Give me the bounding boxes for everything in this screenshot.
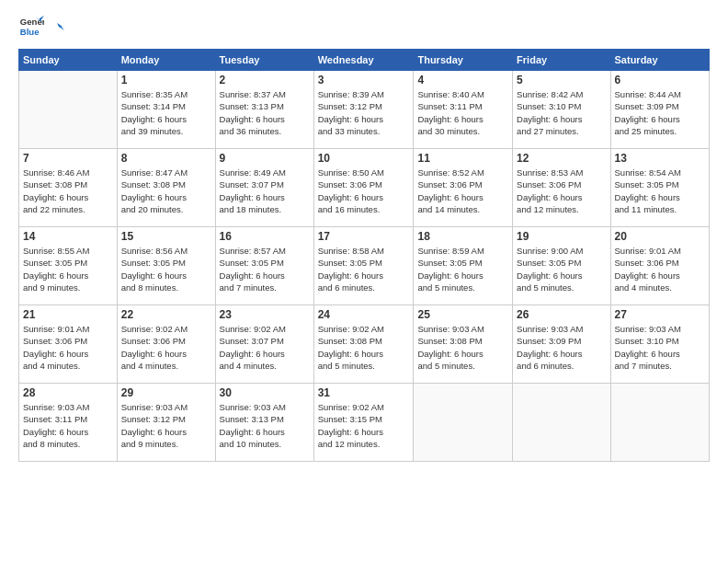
day-number: 12 xyxy=(517,152,606,165)
logo-icon: General Blue xyxy=(18,14,44,40)
day-number: 8 xyxy=(121,152,211,165)
day-info: Sunrise: 8:35 AM Sunset: 3:14 PM Dayligh… xyxy=(121,88,211,137)
day-number: 20 xyxy=(615,230,705,243)
logo-bird-icon xyxy=(48,20,64,37)
day-info: Sunrise: 8:49 AM Sunset: 3:07 PM Dayligh… xyxy=(220,167,310,215)
day-info: Sunrise: 8:40 AM Sunset: 3:11 PM Dayligh… xyxy=(417,88,508,137)
day-number: 16 xyxy=(220,230,310,243)
calendar-cell: 10Sunrise: 8:50 AM Sunset: 3:06 PM Dayli… xyxy=(313,149,414,227)
day-info: Sunrise: 8:57 AM Sunset: 3:05 PM Dayligh… xyxy=(220,245,310,293)
day-number: 1 xyxy=(121,74,211,86)
calendar-cell xyxy=(414,384,513,462)
calendar-cell: 30Sunrise: 9:03 AM Sunset: 3:13 PM Dayli… xyxy=(215,384,313,462)
day-number: 29 xyxy=(121,386,211,399)
day-info: Sunrise: 8:46 AM Sunset: 3:08 PM Dayligh… xyxy=(23,167,113,215)
calendar-cell: 7Sunrise: 8:46 AM Sunset: 3:08 PM Daylig… xyxy=(19,149,118,227)
weekday-header-sunday: Sunday xyxy=(19,50,118,71)
weekday-header-monday: Monday xyxy=(117,50,215,71)
calendar-cell: 13Sunrise: 8:54 AM Sunset: 3:05 PM Dayli… xyxy=(610,149,709,227)
day-info: Sunrise: 8:56 AM Sunset: 3:05 PM Dayligh… xyxy=(121,245,211,293)
day-number: 15 xyxy=(121,230,211,243)
day-number: 30 xyxy=(220,386,310,399)
calendar-cell: 18Sunrise: 8:59 AM Sunset: 3:05 PM Dayli… xyxy=(414,227,513,305)
calendar-cell xyxy=(610,384,709,462)
day-number: 2 xyxy=(220,74,310,86)
day-info: Sunrise: 8:39 AM Sunset: 3:12 PM Dayligh… xyxy=(318,88,410,137)
calendar-cell: 25Sunrise: 9:03 AM Sunset: 3:08 PM Dayli… xyxy=(414,305,513,384)
calendar-cell: 29Sunrise: 9:03 AM Sunset: 3:12 PM Dayli… xyxy=(117,384,215,462)
calendar-cell: 11Sunrise: 8:52 AM Sunset: 3:06 PM Dayli… xyxy=(414,149,513,227)
day-info: Sunrise: 8:47 AM Sunset: 3:08 PM Dayligh… xyxy=(121,167,211,215)
day-info: Sunrise: 9:03 AM Sunset: 3:08 PM Dayligh… xyxy=(417,323,508,372)
day-info: Sunrise: 8:54 AM Sunset: 3:05 PM Dayligh… xyxy=(615,167,705,215)
calendar-cell: 2Sunrise: 8:37 AM Sunset: 3:13 PM Daylig… xyxy=(215,71,313,149)
calendar-cell: 4Sunrise: 8:40 AM Sunset: 3:11 PM Daylig… xyxy=(414,71,513,149)
calendar-cell: 20Sunrise: 9:01 AM Sunset: 3:06 PM Dayli… xyxy=(610,227,709,305)
calendar-cell: 31Sunrise: 9:02 AM Sunset: 3:15 PM Dayli… xyxy=(313,384,414,462)
day-number: 7 xyxy=(23,152,113,165)
day-number: 9 xyxy=(220,152,310,165)
calendar-cell: 24Sunrise: 9:02 AM Sunset: 3:08 PM Dayli… xyxy=(313,305,414,384)
calendar-cell: 28Sunrise: 9:03 AM Sunset: 3:11 PM Dayli… xyxy=(19,384,118,462)
day-number: 28 xyxy=(23,386,113,399)
day-number: 3 xyxy=(318,74,410,86)
day-number: 6 xyxy=(615,74,705,86)
day-number: 26 xyxy=(517,308,606,321)
calendar-cell: 27Sunrise: 9:03 AM Sunset: 3:10 PM Dayli… xyxy=(610,305,709,384)
day-number: 18 xyxy=(417,230,508,243)
day-info: Sunrise: 8:52 AM Sunset: 3:06 PM Dayligh… xyxy=(417,167,508,215)
day-info: Sunrise: 8:53 AM Sunset: 3:06 PM Dayligh… xyxy=(517,167,606,215)
day-number: 10 xyxy=(318,152,410,165)
day-number: 14 xyxy=(23,230,113,243)
page-container: General Blue SundayMondayTuesdayWed xyxy=(0,0,728,471)
calendar-cell: 1Sunrise: 8:35 AM Sunset: 3:14 PM Daylig… xyxy=(117,71,215,149)
day-info: Sunrise: 9:00 AM Sunset: 3:05 PM Dayligh… xyxy=(517,245,606,293)
day-number: 4 xyxy=(417,74,508,86)
calendar-week-row: 1Sunrise: 8:35 AM Sunset: 3:14 PM Daylig… xyxy=(19,71,710,149)
day-info: Sunrise: 9:01 AM Sunset: 3:06 PM Dayligh… xyxy=(615,245,705,293)
calendar-cell: 16Sunrise: 8:57 AM Sunset: 3:05 PM Dayli… xyxy=(215,227,313,305)
day-number: 5 xyxy=(517,74,606,86)
weekday-header-thursday: Thursday xyxy=(414,50,513,71)
day-info: Sunrise: 9:03 AM Sunset: 3:12 PM Dayligh… xyxy=(121,401,211,450)
day-number: 22 xyxy=(121,308,211,321)
svg-text:Blue: Blue xyxy=(20,27,40,37)
day-number: 27 xyxy=(615,308,705,321)
calendar-cell: 26Sunrise: 9:03 AM Sunset: 3:09 PM Dayli… xyxy=(513,305,610,384)
day-number: 19 xyxy=(517,230,606,243)
calendar-cell xyxy=(19,71,118,149)
weekday-header-friday: Friday xyxy=(513,50,610,71)
day-number: 11 xyxy=(417,152,508,165)
day-number: 31 xyxy=(318,386,410,399)
day-info: Sunrise: 8:42 AM Sunset: 3:10 PM Dayligh… xyxy=(517,88,606,137)
day-info: Sunrise: 9:03 AM Sunset: 3:13 PM Dayligh… xyxy=(220,401,310,450)
svg-marker-3 xyxy=(57,23,64,30)
calendar-cell: 23Sunrise: 9:02 AM Sunset: 3:07 PM Dayli… xyxy=(215,305,313,384)
calendar-cell: 19Sunrise: 9:00 AM Sunset: 3:05 PM Dayli… xyxy=(513,227,610,305)
calendar-cell: 9Sunrise: 8:49 AM Sunset: 3:07 PM Daylig… xyxy=(215,149,313,227)
day-info: Sunrise: 9:02 AM Sunset: 3:08 PM Dayligh… xyxy=(318,323,410,372)
day-info: Sunrise: 8:50 AM Sunset: 3:06 PM Dayligh… xyxy=(318,167,410,215)
day-info: Sunrise: 9:02 AM Sunset: 3:07 PM Dayligh… xyxy=(220,323,310,372)
weekday-header-wednesday: Wednesday xyxy=(313,50,414,71)
day-number: 17 xyxy=(318,230,410,243)
day-info: Sunrise: 9:02 AM Sunset: 3:06 PM Dayligh… xyxy=(121,323,211,372)
calendar-week-row: 7Sunrise: 8:46 AM Sunset: 3:08 PM Daylig… xyxy=(19,149,710,227)
calendar-cell: 21Sunrise: 9:01 AM Sunset: 3:06 PM Dayli… xyxy=(19,305,118,384)
calendar-cell: 3Sunrise: 8:39 AM Sunset: 3:12 PM Daylig… xyxy=(313,71,414,149)
weekday-header-tuesday: Tuesday xyxy=(215,50,313,71)
day-info: Sunrise: 8:55 AM Sunset: 3:05 PM Dayligh… xyxy=(23,245,113,293)
calendar-cell: 22Sunrise: 9:02 AM Sunset: 3:06 PM Dayli… xyxy=(117,305,215,384)
day-info: Sunrise: 9:03 AM Sunset: 3:09 PM Dayligh… xyxy=(517,323,606,372)
day-number: 21 xyxy=(23,308,113,321)
day-info: Sunrise: 9:02 AM Sunset: 3:15 PM Dayligh… xyxy=(318,401,410,450)
calendar-cell: 8Sunrise: 8:47 AM Sunset: 3:08 PM Daylig… xyxy=(117,149,215,227)
day-info: Sunrise: 9:01 AM Sunset: 3:06 PM Dayligh… xyxy=(23,323,113,372)
calendar-cell xyxy=(513,384,610,462)
weekday-header-saturday: Saturday xyxy=(610,50,709,71)
calendar-week-row: 14Sunrise: 8:55 AM Sunset: 3:05 PM Dayli… xyxy=(19,227,710,305)
logo: General Blue xyxy=(18,14,64,40)
day-number: 13 xyxy=(615,152,705,165)
calendar-cell: 5Sunrise: 8:42 AM Sunset: 3:10 PM Daylig… xyxy=(513,71,610,149)
day-number: 23 xyxy=(220,308,310,321)
